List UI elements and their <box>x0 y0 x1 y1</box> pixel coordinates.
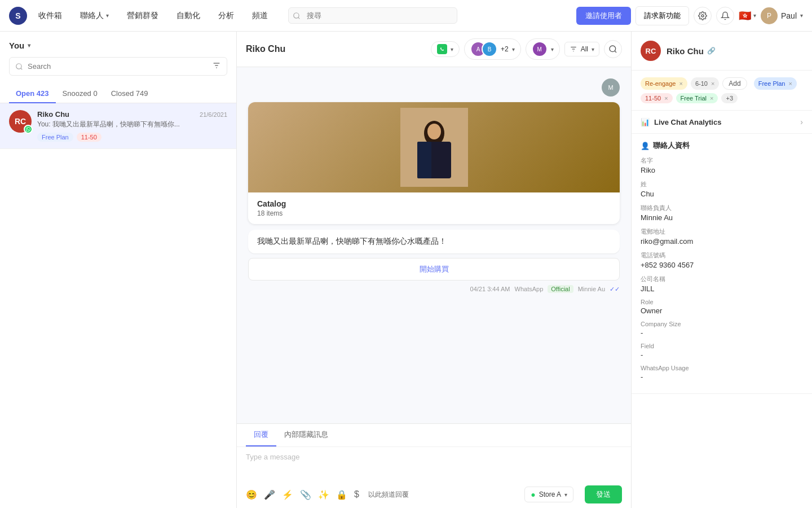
nav-right: 邀請使用者 請求新功能 🇭🇰 ▾ P Paul ▾ <box>576 6 803 25</box>
request-feature-button[interactable]: 請求新功能 <box>636 6 689 25</box>
conversation-body: Riko Chu 21/6/2021 You: 我哋又出最新單品喇，快啲睇下有無… <box>37 110 227 142</box>
svg-point-2 <box>16 63 21 68</box>
message-placeholder: Type a message <box>246 453 299 461</box>
chat-messages: M Catalog 1 <box>237 67 631 423</box>
tag-close-11-50[interactable]: × <box>664 95 668 102</box>
send-button[interactable]: 發送 <box>585 485 622 503</box>
conversation-date: 21/6/2021 <box>200 111 227 118</box>
sparkle-icon[interactable]: ✨ <box>318 489 329 500</box>
nav-automation[interactable]: 自動化 <box>170 7 207 24</box>
lock-icon[interactable]: 🔒 <box>336 489 347 500</box>
chat-header: Riko Chu ▾ A B +2 ▾ M <box>237 32 631 67</box>
assignee-pill[interactable]: A B +2 ▾ <box>464 38 521 60</box>
you-filter[interactable]: You ▾ <box>9 41 227 50</box>
reply-tabs: 回覆 內部隱藏訊息 <box>237 424 631 447</box>
reply-channel-label: 以此頻道回覆 <box>368 490 409 500</box>
nav-inbox[interactable]: 收件箱 <box>32 7 69 24</box>
field-label-company: 公司名稱 <box>641 275 803 283</box>
tab-closed[interactable]: Closed 749 <box>104 85 155 103</box>
emoji-icon[interactable]: 😊 <box>246 489 257 500</box>
chat-filter-button[interactable]: All ▾ <box>564 42 599 56</box>
contacts-chevron-icon: ▾ <box>106 12 109 19</box>
external-link-icon[interactable]: 🔗 <box>707 47 716 55</box>
add-tag-button[interactable]: Add <box>722 77 747 90</box>
tab-reply[interactable]: 回覆 <box>246 424 276 446</box>
tag-close-free-plan[interactable]: × <box>788 80 792 87</box>
lightning-icon[interactable]: ⚡ <box>282 489 293 500</box>
sidebar-header: You ▾ <box>0 32 236 80</box>
message-bubble: M Catalog 1 <box>248 78 620 293</box>
conversation-list: RC Riko Chu 21/6/2021 You: 我哋又出最新單品喇，快啲睇… <box>0 103 236 508</box>
field-last-name: 姓 Chu <box>641 180 803 198</box>
field-role: Role Owner <box>641 299 803 315</box>
tag-close-reengage[interactable]: × <box>679 80 682 87</box>
agent-pill[interactable]: M ▾ <box>526 38 560 60</box>
filter-icon <box>570 45 577 53</box>
search-input[interactable] <box>288 7 457 24</box>
svg-point-14 <box>427 124 441 139</box>
conversation-search-input[interactable] <box>28 62 208 71</box>
tab-snoozed[interactable]: Snoozed 0 <box>56 85 104 103</box>
field-value-phone: +852 9360 4567 <box>641 261 803 269</box>
tab-internal-note[interactable]: 內部隱藏訊息 <box>276 424 336 446</box>
field-value-company: JILL <box>641 284 803 293</box>
nav-logo: S <box>9 7 27 25</box>
language-selector[interactable]: 🇭🇰 ▾ <box>739 10 756 22</box>
topnav: S 收件箱 聯絡人 ▾ 營銷群發 自動化 分析 頻道 邀請使用者 請求新功能 🇭… <box>0 0 812 32</box>
main-layout: You ▾ Open 423 Snoozed 0 Closed 749 RC <box>0 32 812 508</box>
chat-filter-label: All <box>581 45 588 53</box>
message-cta-button[interactable]: 開始購買 <box>248 258 620 281</box>
message-meta: 04/21 3:44 AM WhatsApp Official Minnie A… <box>248 285 620 293</box>
reply-box: 回覆 內部隱藏訊息 Type a message 😊 🎤 ⚡ 📎 ✨ 🔒 $ 以… <box>237 423 631 508</box>
field-value-email: riko@gmail.com <box>641 237 803 246</box>
chat-search-button[interactable] <box>604 40 622 58</box>
user-name: Paul <box>781 11 797 20</box>
message-input-area[interactable]: Type a message <box>237 447 631 481</box>
assignee-count: +2 <box>501 45 509 53</box>
user-avatar: P <box>761 7 778 24</box>
notifications-button[interactable] <box>716 7 734 25</box>
assignee-avatar-2: B <box>482 41 497 57</box>
tag-reengage: Re-engage × <box>641 77 687 90</box>
channel-selector[interactable]: ● Store A ▾ <box>524 487 573 502</box>
nav-campaigns[interactable]: 營銷群發 <box>120 7 165 24</box>
field-label-email: 電郵地址 <box>641 227 803 236</box>
assignee-chevron-icon: ▾ <box>512 46 515 52</box>
nav-contacts[interactable]: 聯絡人 ▾ <box>73 7 116 24</box>
svg-point-1 <box>701 15 704 17</box>
catalog-info: Catalog 18 items <box>248 192 620 224</box>
field-label-owner: 聯絡負責人 <box>641 204 803 212</box>
live-chat-analytics[interactable]: 📊 Live Chat Analytics › <box>632 111 812 134</box>
invite-user-button[interactable]: 邀請使用者 <box>576 7 631 25</box>
catalog-image <box>248 102 620 192</box>
tag-11-50: 11-50 <box>77 133 102 142</box>
field-company: 公司名稱 JILL <box>641 275 803 293</box>
field-first-name: 名字 Riko <box>641 156 803 174</box>
tag-overflow[interactable]: +3 <box>721 93 738 103</box>
audio-icon[interactable]: 🎤 <box>264 489 275 500</box>
whatsapp-channel-pill[interactable]: ▾ <box>431 41 460 57</box>
field-value-owner: Minnie Au <box>641 213 803 222</box>
field-value-role: Owner <box>641 306 803 315</box>
tag-close-6-10[interactable]: × <box>711 80 714 87</box>
tab-open[interactable]: Open 423 <box>9 85 56 103</box>
conversation-item[interactable]: RC Riko Chu 21/6/2021 You: 我哋又出最新單品喇，快啲睇… <box>0 103 236 149</box>
tag-11-50: 11-50 × <box>641 93 673 103</box>
message-official-tag: Official <box>548 285 573 293</box>
assignee-avatar-stack: A B <box>470 41 497 57</box>
settings-button[interactable] <box>694 7 712 25</box>
bell-icon <box>721 11 730 20</box>
dollar-icon[interactable]: $ <box>354 489 359 500</box>
field-phone: 電話號碼 +852 9360 4567 <box>641 251 803 269</box>
user-menu[interactable]: P Paul ▾ <box>761 7 803 24</box>
filter-icon[interactable] <box>212 61 221 72</box>
nav-analytics[interactable]: 分析 <box>211 7 241 24</box>
nav-channels[interactable]: 頻道 <box>245 7 275 24</box>
tag-close-free-trial[interactable]: × <box>710 95 713 102</box>
conversation-preview: You: 我哋又出最新單品喇，快啲睇下有無喺你... <box>37 120 227 129</box>
attachment-icon[interactable]: 📎 <box>300 489 311 500</box>
contact-info-section: 👤 聯絡人資料 名字 Riko 姓 Chu 聯絡負責人 Minnie Au 電郵… <box>632 134 812 394</box>
field-value-whatsapp-usage: - <box>641 373 803 381</box>
channel-name: Store A <box>539 491 561 498</box>
channel-dropdown-icon: ▾ <box>564 492 567 498</box>
